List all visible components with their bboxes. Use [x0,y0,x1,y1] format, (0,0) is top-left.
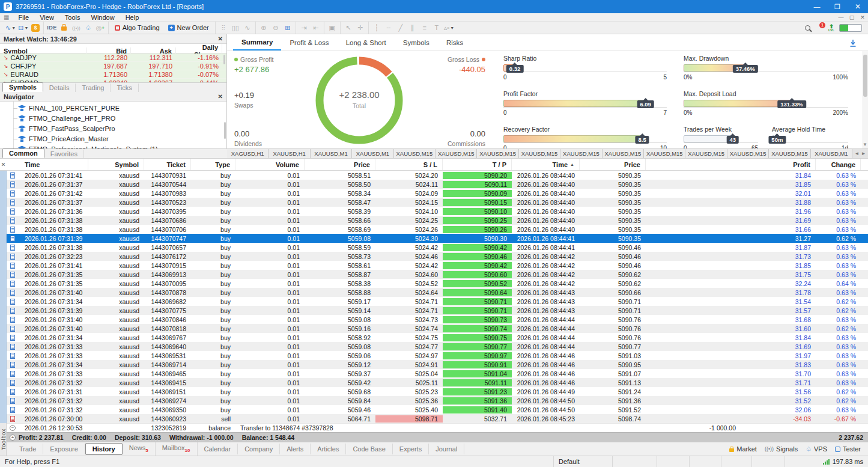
history-row[interactable]: 2026.01.26 07:31:32xauusd1443069274buy0.… [7,396,868,405]
chart-tab[interactable]: XAUUSD,M15 [477,149,518,158]
col-tp[interactable]: T / P [443,159,512,170]
history-row[interactable]: 2026.01.26 07:31:34xauusd1443069682buy0.… [7,297,868,306]
balance-row[interactable]: − 2026.01.26 12:30:53 1323052819 balance… [7,423,868,432]
account-currency-icon[interactable]: $ [29,23,41,33]
toolbox-tab-news[interactable]: News5 [123,442,156,455]
channel-icon[interactable]: ∥ [407,23,419,33]
history-row[interactable]: 2026.01.26 07:31:35xauusd1443070095buy0.… [7,279,868,288]
history-row[interactable]: 2026.01.26 07:31:36xauusd1443070395buy0.… [7,207,868,216]
market-watch-row[interactable]: ↘EURCAD1.623401.62367-0.44% [0,79,226,82]
history-row[interactable]: 2026.01.26 07:31:40xauusd1443070818buy0.… [7,324,868,333]
report-tab-risks[interactable]: Risks [438,35,472,50]
history-row[interactable]: 2026.01.26 07:31:34xauusd1443069714buy0.… [7,360,868,369]
vps-icon[interactable]: ♤ [82,23,94,33]
history-row[interactable]: 2026.01.26 07:31:39xauusd1443070775buy0.… [7,306,868,315]
history-row[interactable]: 2026.01.26 07:31:41xauusd1443070931buy0.… [7,171,868,180]
col-symbol[interactable]: Symbol [88,159,144,170]
report-tab-symbols[interactable]: Symbols [395,35,438,50]
child-minimize-button[interactable]: — [836,14,846,20]
toolbox-tab-mailbox[interactable]: Mailbox10 [156,442,198,455]
search-icon[interactable] [805,25,810,31]
report-tab-long-short[interactable]: Long & Short [338,35,395,50]
toolbox-tab-experts[interactable]: Experts [393,444,429,454]
col-type[interactable]: Type [191,159,235,170]
navigator-item[interactable]: FINAL_100_PERCENT_PURE [0,103,226,113]
menu-help[interactable]: Help [120,14,145,21]
toolbox-tab-articles[interactable]: Articles [311,444,346,454]
tab-details[interactable]: Details [43,84,76,92]
chart-tab[interactable]: XAUUSD,M15 [602,149,644,158]
history-row[interactable]: 2026.01.26 07:31:39xauusd1443070747buy0.… [7,234,868,243]
bar-chart-icon[interactable]: ⫶⫶ [217,23,229,33]
history-row[interactable]: 2026.01.26 07:31:37xauusd1443070523buy0.… [7,198,868,207]
history-row[interactable]: 2026.01.26 07:32:23xauusd1443076172buy0.… [7,252,868,261]
col-volume[interactable]: Volume [235,159,305,170]
child-restore-button[interactable]: ▢ [846,14,857,20]
vps-button[interactable]: ♤VPS [806,445,827,453]
shift-chart-left-icon[interactable]: ⇤ [310,23,322,33]
chart-tab[interactable]: XAUUSD,M15 [685,149,727,158]
history-row[interactable]: 2026.01.26 07:31:32xauusd1443069350buy0.… [7,405,868,414]
report-tab-profit-loss[interactable]: Profit & Loss [281,35,337,50]
history-row[interactable]: 2026.01.26 07:31:32xauusd1443069415buy0.… [7,378,868,387]
level-icon[interactable]: ⬆LVL [828,24,834,31]
candlestick-chart-icon[interactable]: ▯▯ [229,23,241,33]
crosshair-icon[interactable]: ✛ [354,23,366,33]
zoom-in-icon[interactable]: ⊕ [258,23,270,33]
market-watch-titlebar[interactable]: Market Watch: 13:46:29 ✕ [0,34,226,44]
col-sl[interactable]: S / L [375,159,443,170]
restore-button[interactable]: ❐ [827,0,848,13]
tester-button[interactable]: Tester [835,445,861,453]
tab-symbols[interactable]: Symbols [2,82,43,92]
toolbox-tab-code-base[interactable]: Code Base [346,444,392,454]
horizontal-line-icon[interactable]: ╌ [383,23,395,33]
toolbox-tab-alerts[interactable]: Alerts [280,444,311,454]
status-profile[interactable]: Default [554,456,613,467]
trendline-icon[interactable]: ╱ [395,23,407,33]
metaeditor-ide-icon[interactable]: IDE [46,23,58,33]
line-chart-icon[interactable]: ∿ [241,23,253,33]
cursor-icon[interactable]: ↖ [342,23,354,33]
toolbox-tab-history[interactable]: History [85,443,123,455]
tab-favorites[interactable]: Favorites [44,150,84,158]
notifications-icon[interactable]: 1 [815,23,824,32]
history-row[interactable]: 2026.01.26 07:31:33xauusd1443069640buy0.… [7,342,868,351]
chart-tab[interactable]: XAUUSD,M15 [560,149,602,158]
shapes-icon[interactable]: ▵▫▼ [443,23,455,33]
toolbox-tab-calendar[interactable]: Calendar [198,444,238,454]
market-watch-row[interactable]: ↘CHFJPY197.687197.710-0.91% [0,62,226,70]
history-row[interactable]: 2026.01.26 07:31:40xauusd1443070846buy0.… [7,315,868,324]
navigator-item[interactable]: FTMO_Professional_Martingale_System (1) [0,144,226,148]
toolbox-tab-exposure[interactable]: Exposure [43,444,85,454]
menu-view[interactable]: View [34,14,59,21]
text-tool-icon[interactable]: T [431,23,443,33]
chart-tab[interactable]: XAUUSD,H1 [269,149,310,158]
reports-scrollbar[interactable]: ▼ [863,51,868,148]
toolbox-vertical-titlebar[interactable]: Toolbox [0,423,7,456]
market-watch-scrollbar[interactable] [223,55,225,64]
chart-tab[interactable]: XAUUSD,M1 [352,149,393,158]
lock-icon[interactable] [58,23,70,33]
navigator-titlebar[interactable]: Navigator ✕ [0,92,226,102]
history-row[interactable]: 2026.01.26 07:31:35xauusd1443069913buy0.… [7,270,868,279]
toolbox-tab-journal[interactable]: Journal [429,444,464,454]
col-close-time[interactable]: Time▲ [512,159,580,170]
chart-tabs-scroll-right-icon[interactable]: ► [861,151,866,156]
report-tab-summary[interactable]: Summary [233,35,281,50]
history-row[interactable]: 2026.01.26 07:31:38xauusd1443070706buy0.… [7,225,868,234]
history-close-icon[interactable]: ✕ [0,159,7,170]
chart-tab[interactable]: XAUUSD,M15 [727,149,769,158]
chart-line-style-icon[interactable]: ∿▼ [4,23,17,33]
signals-button[interactable]: ((•))Signals [765,445,798,453]
col-change[interactable]: Change [816,159,861,170]
tab-common[interactable]: Common [2,148,44,158]
chart-tab[interactable]: XAUUSD,M15 [769,149,810,158]
community-icon[interactable]: ◎+ [94,23,106,33]
download-report-icon[interactable] [849,39,857,47]
menu-file[interactable]: File [13,14,34,21]
history-row[interactable]: 2026.01.26 07:31:38xauusd1443070686buy0.… [7,216,868,225]
close-button[interactable]: ✕ [848,0,868,13]
market-watch-row[interactable]: ↘EURAUD1.713601.71380-0.07% [0,70,226,79]
tab-ticks[interactable]: Ticks [111,84,138,92]
col-profit[interactable]: Profit [646,159,816,170]
